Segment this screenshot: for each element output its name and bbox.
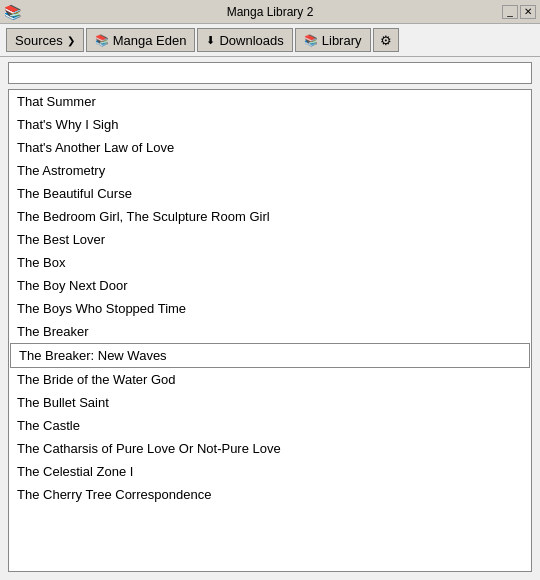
toolbar: Sources ❯ 📚 Manga Eden ⬇ Downloads 📚 Lib…	[0, 24, 540, 57]
sources-label: Sources	[15, 33, 63, 48]
list-item[interactable]: The Best Lover	[9, 228, 531, 251]
search-input[interactable]	[8, 62, 532, 84]
list-item[interactable]: That Summer	[9, 90, 531, 113]
list-item[interactable]: The Bullet Saint	[9, 391, 531, 414]
list-item[interactable]: The Cherry Tree Correspondence	[9, 483, 531, 506]
close-button[interactable]: ✕	[520, 5, 536, 19]
app-icon: 📚	[4, 4, 21, 20]
list-item[interactable]: The Bedroom Girl, The Sculpture Room Gir…	[9, 205, 531, 228]
list-item[interactable]: The Beautiful Curse	[9, 182, 531, 205]
list-item[interactable]: The Breaker: New Waves	[10, 343, 530, 368]
title-bar: 📚 Manga Library 2 _ ✕	[0, 0, 540, 24]
list-item[interactable]: The Breaker	[9, 320, 531, 343]
window-title: Manga Library 2	[227, 5, 314, 19]
list-container: That SummerThat's Why I SighThat's Anoth…	[8, 89, 532, 572]
list-item[interactable]: The Boy Next Door	[9, 274, 531, 297]
list-item[interactable]: That's Why I Sigh	[9, 113, 531, 136]
settings-button[interactable]: ⚙	[373, 28, 399, 52]
downloads-button[interactable]: ⬇ Downloads	[197, 28, 292, 52]
list-item[interactable]: The Boys Who Stopped Time	[9, 297, 531, 320]
sources-button[interactable]: Sources ❯	[6, 28, 84, 52]
library-icon: 📚	[304, 34, 318, 47]
library-button[interactable]: 📚 Library	[295, 28, 371, 52]
manga-list[interactable]: That SummerThat's Why I SighThat's Anoth…	[9, 90, 531, 571]
manga-icon: 📚	[95, 34, 109, 47]
list-item[interactable]: The Catharsis of Pure Love Or Not-Pure L…	[9, 437, 531, 460]
list-item[interactable]: The Astrometry	[9, 159, 531, 182]
downloads-label: Downloads	[219, 33, 283, 48]
download-icon: ⬇	[206, 34, 215, 47]
list-item[interactable]: That's Another Law of Love	[9, 136, 531, 159]
minimize-button[interactable]: _	[502, 5, 518, 19]
list-item[interactable]: The Box	[9, 251, 531, 274]
list-item[interactable]: The Celestial Zone I	[9, 460, 531, 483]
manga-eden-label: Manga Eden	[113, 33, 187, 48]
search-bar	[0, 57, 540, 89]
arrow-icon: ❯	[67, 35, 75, 46]
manga-eden-button[interactable]: 📚 Manga Eden	[86, 28, 196, 52]
main-content: That SummerThat's Why I SighThat's Anoth…	[0, 89, 540, 580]
library-label: Library	[322, 33, 362, 48]
list-item[interactable]: The Castle	[9, 414, 531, 437]
list-item[interactable]: The Bride of the Water God	[9, 368, 531, 391]
